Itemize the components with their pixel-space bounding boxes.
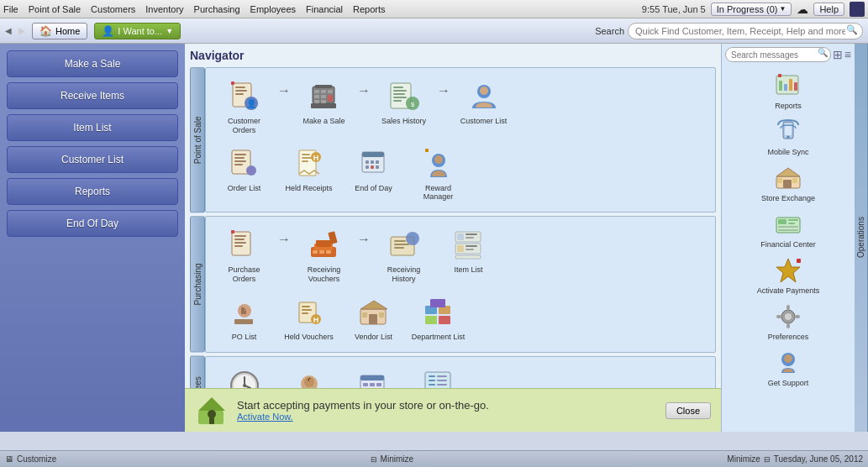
svg-rect-31 [234, 160, 246, 162]
svg-rect-144 [778, 229, 798, 231]
svg-rect-79 [234, 319, 253, 324]
menu-file[interactable]: File [3, 4, 18, 14]
minimize2-button[interactable]: Minimize [727, 454, 760, 464]
home-button[interactable]: 🏠 Home [32, 23, 87, 39]
svg-rect-105 [360, 375, 384, 380]
svg-point-148 [785, 313, 792, 320]
customer-list-nav[interactable]: Customer List [452, 75, 515, 129]
menu-employees[interactable]: Employees [250, 4, 296, 14]
vendor-list-nav[interactable]: Vendor List [342, 291, 405, 345]
arrow3: → [437, 75, 450, 98]
svg-rect-93 [425, 316, 437, 324]
department-list-nav[interactable]: Department List [407, 291, 470, 345]
sales-history-nav[interactable]: $ Sales History [372, 75, 435, 129]
close-banner-button[interactable]: Close [665, 402, 711, 419]
department-list-label: Department List [412, 333, 466, 342]
svg-rect-141 [788, 219, 798, 221]
svg-rect-75 [466, 245, 477, 247]
activate-payments-item[interactable]: Activate Payments [725, 252, 851, 298]
minimize-button[interactable]: Minimize [381, 454, 413, 464]
purch-arrow2: → [357, 223, 371, 247]
in-progress-button[interactable]: In Progress (0) ▼ [711, 3, 792, 16]
manage-time-clock-nav[interactable]: Manage Time Clock [277, 364, 340, 388]
held-receipts-nav[interactable]: H Held Receipts [277, 142, 340, 197]
svg-rect-126 [778, 74, 781, 77]
grid-view-icon[interactable]: ⊞ [833, 48, 843, 61]
svg-rect-52 [234, 235, 246, 237]
clock-inout-nav[interactable]: Clock In/Out [213, 364, 276, 388]
purchase-orders-nav[interactable]: Purchase Orders [213, 223, 276, 287]
list-view-icon[interactable]: ≡ [844, 48, 851, 61]
customer-orders-nav[interactable]: 👤 Customer Orders [213, 75, 276, 139]
item-list-icon [450, 227, 487, 264]
svg-point-123 [208, 410, 216, 418]
get-support-item[interactable]: Get Support [725, 344, 851, 391]
svg-point-68 [406, 232, 419, 245]
search-input[interactable] [628, 23, 863, 39]
iwant-button[interactable]: 👤 I Want to... ▼ [94, 23, 181, 39]
svg-rect-76 [466, 249, 474, 250]
reward-manager-nav[interactable]: Reward Manager [407, 142, 470, 206]
activate-link[interactable]: Activate Now. [237, 412, 489, 422]
employee-list-nav[interactable]: Employee List [407, 364, 470, 388]
mobile-sync-label: Mobile Sync [767, 148, 808, 156]
menu-purchasing[interactable]: Purchasing [194, 4, 240, 14]
pos-row2: Order List [213, 142, 708, 206]
end-of-day-button[interactable]: End Of Day [7, 210, 178, 237]
svg-rect-90 [379, 312, 384, 317]
messages-search-input[interactable] [725, 47, 831, 62]
store-exchange-item[interactable]: Store Exchange [725, 160, 851, 206]
receiving-history-nav[interactable]: Receiving History [372, 223, 435, 287]
order-list-nav[interactable]: Order List [213, 142, 276, 197]
help-button[interactable]: Help [813, 3, 844, 16]
reports-sidebar-button[interactable]: Reports [7, 178, 178, 205]
svg-rect-115 [429, 380, 435, 381]
svg-rect-149 [786, 305, 790, 310]
banner-content: Start accepting payments in your store o… [237, 399, 489, 422]
make-sale-nav[interactable]: Make a Sale [292, 75, 355, 129]
menu-point-of-sale[interactable]: Point of Sale [29, 4, 81, 14]
svg-rect-14 [328, 95, 333, 102]
held-vouchers-nav[interactable]: H Held Vouchers [277, 291, 340, 345]
receive-items-button[interactable]: Receive Items [7, 82, 178, 109]
mobile-sync-item[interactable]: Mobile Sync [725, 113, 851, 160]
item-list-button[interactable]: Item List [7, 114, 178, 141]
svg-point-33 [246, 165, 256, 176]
receiving-vouchers-icon [306, 227, 343, 264]
svg-rect-113 [429, 375, 435, 377]
time-clock-history-nav[interactable]: Time Clock History [342, 364, 405, 388]
make-sale-button[interactable]: Make a Sale [7, 50, 178, 77]
svg-rect-32 [234, 164, 243, 165]
employees-section-label: Employees [190, 356, 205, 388]
svg-rect-95 [430, 299, 445, 307]
svg-point-100 [243, 384, 246, 387]
search-label: Search [595, 26, 624, 36]
po-list-nav[interactable]: PO List [213, 291, 276, 345]
menu-financial[interactable]: Financial [306, 4, 343, 14]
customize-button[interactable]: Customize [17, 454, 56, 464]
get-support-label: Get Support [768, 379, 809, 387]
financial-center-item[interactable]: Financial Center [725, 206, 851, 252]
svg-rect-82 [302, 309, 312, 311]
held-receipts-label: Held Receipts [285, 184, 332, 193]
reward-manager-icon [420, 145, 457, 182]
svg-rect-136 [783, 180, 792, 188]
svg-rect-29 [234, 154, 246, 155]
receiving-vouchers-nav[interactable]: Receiving Vouchers [292, 223, 355, 287]
reports-ops-item[interactable]: Reports [725, 67, 851, 113]
item-list-nav[interactable]: Item List [437, 223, 500, 278]
search-icon: 🔍 [846, 24, 858, 35]
end-of-day-nav[interactable]: End of Day [342, 142, 405, 197]
customer-list-button[interactable]: Customer List [7, 146, 178, 173]
svg-rect-61 [319, 250, 324, 254]
svg-rect-45 [366, 165, 369, 169]
preferences-item[interactable]: Preferences [725, 298, 851, 344]
menu-inventory[interactable]: Inventory [145, 4, 183, 14]
svg-rect-16 [321, 100, 326, 103]
menu-reports[interactable]: Reports [353, 4, 386, 14]
svg-rect-70 [457, 234, 464, 240]
make-sale-icon [306, 78, 343, 115]
svg-rect-143 [778, 226, 798, 228]
svg-rect-35 [302, 154, 310, 155]
menu-customers[interactable]: Customers [91, 4, 135, 14]
